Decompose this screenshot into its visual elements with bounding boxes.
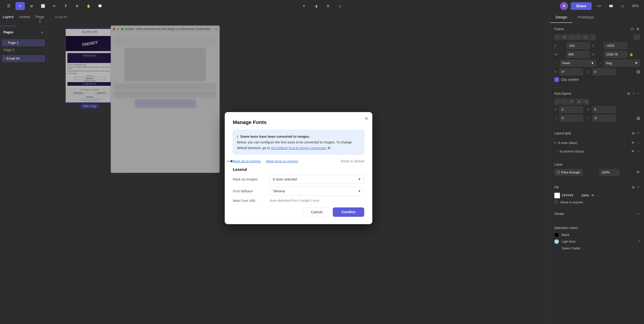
modal-close-button[interactable]: ✕: [364, 116, 368, 121]
mark-as-images-select[interactable]: 6 sizes selected ▼: [270, 175, 364, 184]
fixed-label: Fixed: [562, 61, 570, 65]
tab-layers[interactable]: Layers: [0, 12, 16, 26]
align-left-btn[interactable]: ⊢: [554, 34, 561, 40]
frame-tool[interactable]: ⊞: [27, 2, 36, 10]
grid-row-remove-btn[interactable]: −: [636, 140, 640, 145]
frame-icon-2[interactable]: ⊠: [636, 26, 640, 32]
corner-input[interactable]: [592, 68, 616, 75]
gap-h-input[interactable]: [560, 106, 583, 113]
email-layer-item[interactable]: ≡ Email #4: [2, 55, 45, 62]
align-top-btn[interactable]: ⊤: [576, 34, 582, 40]
code-button[interactable]: </>: [594, 2, 604, 10]
hand-tool[interactable]: ✋: [84, 2, 93, 10]
mark-all-images-link[interactable]: Mark all as images: [233, 159, 261, 163]
w-input[interactable]: [566, 51, 590, 58]
auto-layout-settings-btn[interactable]: ⊞: [626, 91, 631, 96]
padding-v-input[interactable]: [592, 115, 616, 122]
menu-button[interactable]: ☰: [4, 2, 14, 10]
fixed-dropdown[interactable]: Fixed ▼: [560, 60, 596, 66]
fill-settings-btn[interactable]: ⊞: [631, 185, 635, 190]
constraints-btn[interactable]: ✦: [299, 2, 308, 10]
rotation-input[interactable]: [560, 68, 583, 75]
padding-expand-btn[interactable]: ⊡: [636, 116, 640, 121]
comment-tool[interactable]: 💬: [95, 2, 105, 10]
hug-dropdown[interactable]: Hug ▼: [604, 60, 640, 66]
lock-ratio-icon[interactable]: 🔒: [630, 53, 633, 56]
color-help-btn[interactable]: ?: [638, 240, 640, 244]
gap-v-input[interactable]: [592, 106, 616, 113]
layers-btn[interactable]: ⧉: [323, 2, 333, 10]
fill-add-btn[interactable]: +: [636, 185, 640, 190]
preview-play-btn[interactable]: ▷: [618, 2, 628, 10]
dir-right-btn[interactable]: →: [561, 99, 568, 104]
align-content-2-btn[interactable]: ⊟: [583, 99, 590, 104]
share-button[interactable]: Share: [571, 2, 592, 10]
zoom-level[interactable]: 35%: [630, 3, 640, 9]
grid-row-eye-btn[interactable]: 👁: [630, 140, 635, 145]
fill-color-swatch[interactable]: [554, 193, 560, 198]
font-fallback-select[interactable]: Tahoma ▼: [270, 187, 364, 196]
align-content-btn[interactable]: ⊞: [576, 99, 582, 104]
h-input[interactable]: [604, 51, 628, 58]
grid-settings-btn[interactable]: ⊞: [631, 130, 635, 136]
rotation-corner-row: ↻ ◻ ⊡: [554, 68, 640, 75]
expand-corners-btn[interactable]: ⊡: [636, 69, 640, 74]
pen-tool[interactable]: ✏: [50, 2, 59, 10]
clip-content-checkbox[interactable]: ✓: [554, 77, 559, 82]
y-input[interactable]: [604, 42, 628, 49]
more-icon[interactable]: ⋯: [634, 34, 640, 40]
tab-design[interactable]: Design: [550, 12, 572, 23]
dir-down-btn[interactable]: ↓: [554, 99, 561, 104]
tab-page[interactable]: Page 1: [33, 12, 47, 26]
mode-btn[interactable]: ◑: [311, 2, 321, 10]
fill-eye-btn[interactable]: 👁: [591, 194, 594, 198]
cancel-button[interactable]: Cancel: [304, 207, 330, 217]
h-label: H: [592, 53, 602, 56]
layout-grid-section: Layout grid ⊞ + ≡ 6 rows (46px) 👁 − ⋮ 6 …: [550, 127, 644, 159]
grid-col-remove-btn[interactable]: −: [636, 149, 640, 154]
info-link[interactable]: Set Default Text-to-image Conversion: [271, 146, 326, 150]
tab-prototype[interactable]: Prototype: [572, 12, 599, 23]
select-tool[interactable]: ↖: [16, 2, 25, 10]
align-content-btns: ⊞ ⊟: [576, 99, 590, 104]
shape-tool[interactable]: ⬜: [38, 2, 48, 10]
confirm-button[interactable]: Confirm: [333, 207, 364, 217]
text-tool[interactable]: T: [61, 2, 70, 10]
blend-mode-dropdown[interactable]: Pass through: [554, 169, 583, 176]
preview-btn[interactable]: ▷: [336, 2, 345, 10]
fill-remove-btn[interactable]: −: [596, 193, 600, 198]
selection-colors-title: Selection colors: [554, 226, 578, 230]
add-page-button[interactable]: +: [41, 30, 44, 35]
component-tool[interactable]: ❖: [72, 2, 82, 10]
show-in-exports-checkbox[interactable]: [554, 200, 558, 204]
color-spacecadet-swatch[interactable]: [554, 246, 559, 251]
color-lightblue-swatch[interactable]: [554, 239, 559, 244]
auto-layout-remove-btn[interactable]: −: [636, 91, 640, 96]
page-item-2[interactable]: Page 2: [2, 46, 45, 54]
align-center-v-btn[interactable]: ⊟: [582, 34, 589, 40]
fixed-hug-row: ↔ Fixed ▼ ↕ Hug ▼: [554, 60, 640, 66]
auto-layout-add-btn[interactable]: +: [632, 91, 636, 96]
pages-title: Pages: [3, 30, 13, 34]
dir-wrap-btn[interactable]: ↺: [568, 99, 575, 104]
align-bottom-btn[interactable]: ⊥: [590, 34, 596, 40]
align-center-h-btn[interactable]: ⊞: [561, 34, 568, 40]
page-item-1[interactable]: ✓ Page 1: [2, 39, 45, 46]
tab-assets[interactable]: Assets: [16, 12, 33, 26]
visibility-btn[interactable]: 👁: [636, 170, 640, 175]
mark-none-images-link[interactable]: Mark none as images: [266, 159, 298, 163]
stroke-add-btn[interactable]: +: [636, 211, 640, 216]
more-align-btn[interactable]: ⋯: [634, 34, 640, 40]
reset-default-link[interactable]: Reset to default: [341, 159, 364, 163]
align-right-btn[interactable]: ⊣: [568, 34, 575, 40]
padding-h-input[interactable]: [560, 115, 583, 122]
avatar[interactable]: D: [560, 2, 568, 10]
color-black-swatch[interactable]: [554, 233, 559, 237]
grid-add-btn[interactable]: +: [636, 130, 640, 136]
grid-col-eye-btn[interactable]: 👁: [630, 149, 635, 154]
x-input[interactable]: [566, 42, 590, 49]
frame-icon-1[interactable]: ⊡: [630, 26, 634, 32]
book-button[interactable]: 📖: [606, 2, 616, 10]
opacity-input[interactable]: [600, 169, 620, 176]
layer-title: Layer: [554, 163, 563, 166]
